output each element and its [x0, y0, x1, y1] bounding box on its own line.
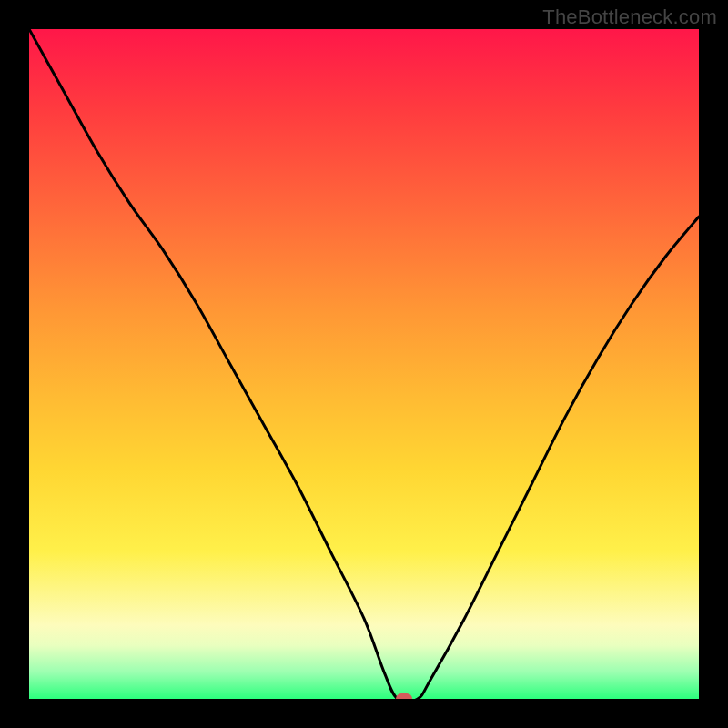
- plot-area: [29, 29, 699, 699]
- bottleneck-curve: [29, 29, 699, 699]
- watermark-text: TheBottleneck.com: [542, 5, 717, 29]
- optimal-point-marker: [396, 693, 412, 699]
- chart-frame: TheBottleneck.com: [0, 0, 728, 728]
